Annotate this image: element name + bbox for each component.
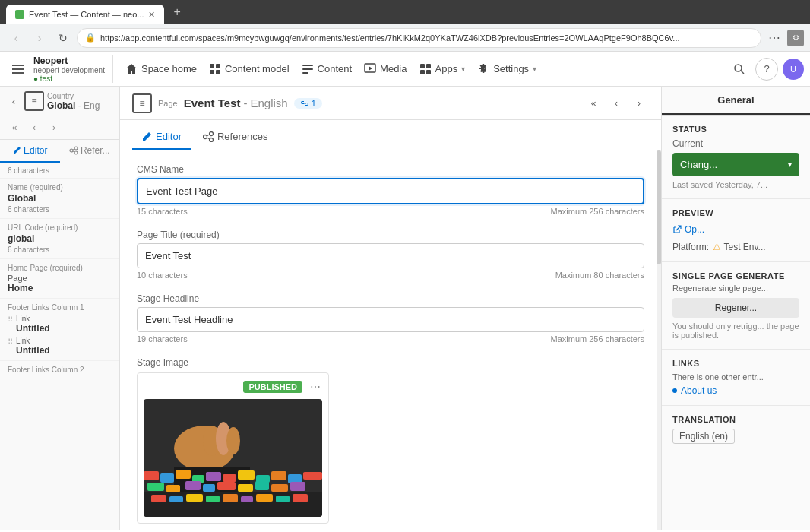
drag-handle-1[interactable]: ⠿ — [8, 315, 13, 324]
brand: Neopert neopert development ● test — [30, 55, 113, 83]
svg-rect-12 — [426, 64, 431, 68]
browser-chrome: Event Test — Content — neo... ✕ + — [0, 0, 810, 24]
avatar[interactable]: U — [783, 59, 804, 80]
svg-point-19 — [74, 151, 78, 154]
right-tab-general[interactable]: General — [662, 87, 810, 115]
sidebar-collapse-button[interactable]: « — [6, 119, 23, 136]
references-tab-icon — [203, 131, 214, 142]
svg-rect-40 — [238, 470, 255, 480]
sidebar-next-button[interactable]: › — [46, 119, 62, 136]
svg-rect-36 — [176, 470, 191, 479]
apps-icon — [419, 63, 432, 75]
platform-text: Platform: ⚠ Test Env... — [672, 242, 799, 252]
svg-point-23 — [203, 135, 207, 138]
svg-rect-49 — [217, 482, 236, 490]
svg-point-25 — [209, 138, 213, 141]
right-panel: General STATUS Current Chang... ▾ Last s… — [661, 87, 810, 530]
settings-icon — [477, 63, 489, 75]
status-button-label: Chang... — [680, 159, 717, 170]
link-about-us[interactable]: About us — [672, 385, 799, 396]
page-collapse-button[interactable]: « — [584, 93, 603, 113]
sidebar-tab-editor[interactable]: Editor — [0, 140, 60, 163]
nav-item-apps[interactable]: Apps ▾ — [413, 59, 472, 80]
tab-references[interactable]: References — [194, 125, 277, 150]
nav-item-space-home[interactable]: Space home — [119, 59, 203, 80]
browser-controls: ‹ › ↻ 🔒 https://app.contentful.com/space… — [0, 24, 810, 52]
address-bar[interactable]: 🔒 https://app.contentful.com/spaces/m9mc… — [77, 28, 761, 48]
svg-rect-0 — [12, 65, 24, 66]
nav-item-media[interactable]: Media — [358, 59, 413, 80]
preview-title: PREVIEW — [672, 208, 799, 217]
svg-rect-6 — [216, 70, 220, 74]
page-title-chars: 10 characters — [137, 271, 188, 280]
page-icon: ≡ — [132, 93, 152, 113]
help-button[interactable]: ? — [755, 58, 778, 81]
platform-value: Test Env... — [723, 242, 765, 252]
nav-item-settings[interactable]: Settings ▾ — [471, 59, 543, 80]
image-actions-button[interactable]: ⋯ — [308, 379, 322, 394]
spg-desc: Regenerate single page... — [672, 283, 799, 293]
tab-editor[interactable]: Editor — [132, 125, 191, 150]
field-stage-headline-label: Stage Headline — [137, 293, 644, 304]
nav-label-content: Content — [318, 63, 353, 74]
new-tab-button[interactable]: + — [166, 2, 188, 22]
sidebar-prev-button[interactable]: ‹ — [26, 119, 43, 136]
drag-handle-2[interactable]: ⠿ — [8, 337, 13, 346]
scroll-indicator — [657, 150, 661, 530]
page-header: ≡ Page Event Test - English 1 « ‹ › — [120, 87, 661, 120]
page-next-button[interactable]: › — [629, 93, 649, 113]
tab-title: Event Test — Content — neo... — [29, 10, 144, 19]
svg-line-27 — [207, 138, 209, 139]
svg-rect-35 — [160, 473, 174, 483]
page-title-block: Event Test - English — [184, 97, 288, 109]
svg-rect-48 — [203, 484, 215, 492]
nav-label-content-model: Content model — [225, 63, 290, 74]
regenerate-button[interactable]: Regener... — [672, 298, 799, 318]
browser-menu-dots[interactable]: ⋯ — [765, 30, 783, 45]
svg-rect-51 — [255, 481, 269, 490]
page-links-badge[interactable]: 1 — [294, 98, 322, 109]
field-cms-name-label: CMS Name — [137, 164, 644, 175]
svg-rect-56 — [169, 496, 183, 502]
sidebar-back-button[interactable]: ‹ — [6, 93, 21, 109]
field-page-title-input[interactable] — [137, 243, 644, 268]
link-about-us-label: About us — [681, 385, 717, 396]
brand-env: ● test — [33, 74, 105, 83]
browser-tab[interactable]: Event Test — Content — neo... ✕ — [6, 5, 164, 24]
nav-item-content-model[interactable]: Content model — [203, 59, 296, 80]
svg-point-17 — [70, 149, 73, 152]
status-title: STATUS — [672, 125, 799, 134]
open-preview-button[interactable]: Op... — [672, 222, 799, 237]
svg-rect-44 — [303, 472, 322, 480]
back-button[interactable]: ‹ — [6, 28, 26, 48]
field-cms-name-input[interactable] — [137, 178, 644, 204]
sidebar-footer-links-1: Footer Links Column 1 ⠿ Link Untitled ⠿ … — [0, 299, 119, 361]
published-badge: PUBLISHED — [243, 381, 302, 393]
link-value-1: Untitled — [16, 323, 50, 334]
status-change-button[interactable]: Chang... ▾ — [672, 153, 799, 176]
sidebar-field-chars-top: 6 characters — [0, 163, 119, 179]
nav-item-content[interactable]: Content — [296, 59, 359, 80]
hamburger-button[interactable] — [6, 57, 30, 81]
svg-point-24 — [209, 131, 213, 135]
tab-close-icon[interactable]: ✕ — [148, 10, 155, 20]
svg-rect-45 — [147, 483, 164, 491]
svg-rect-47 — [185, 481, 201, 490]
sidebar-tab-references[interactable]: Refer... — [60, 140, 120, 163]
status-chevron-icon: ▾ — [788, 160, 792, 169]
extensions-btn[interactable]: ⚙ — [787, 30, 804, 46]
search-button[interactable] — [728, 58, 751, 81]
svg-rect-11 — [420, 64, 425, 68]
page-actions: « ‹ › — [584, 93, 649, 113]
links-section: LINKS There is one other entr... About u… — [662, 350, 810, 406]
svg-rect-59 — [223, 494, 238, 502]
field-stage-headline-input[interactable] — [137, 307, 644, 332]
link-value-2: Untitled — [16, 345, 50, 356]
sidebar-field-name-label: Name (required) — [8, 183, 112, 192]
brand-sub: neopert development — [33, 66, 105, 74]
forward-button[interactable]: › — [30, 28, 49, 48]
sidebar-tabs: Editor Refer... — [0, 140, 119, 163]
reload-button[interactable]: ↻ — [53, 28, 73, 48]
page-prev-button[interactable]: ‹ — [606, 93, 626, 113]
sidebar-field-url: URL Code (required) global 6 characters — [0, 219, 119, 259]
